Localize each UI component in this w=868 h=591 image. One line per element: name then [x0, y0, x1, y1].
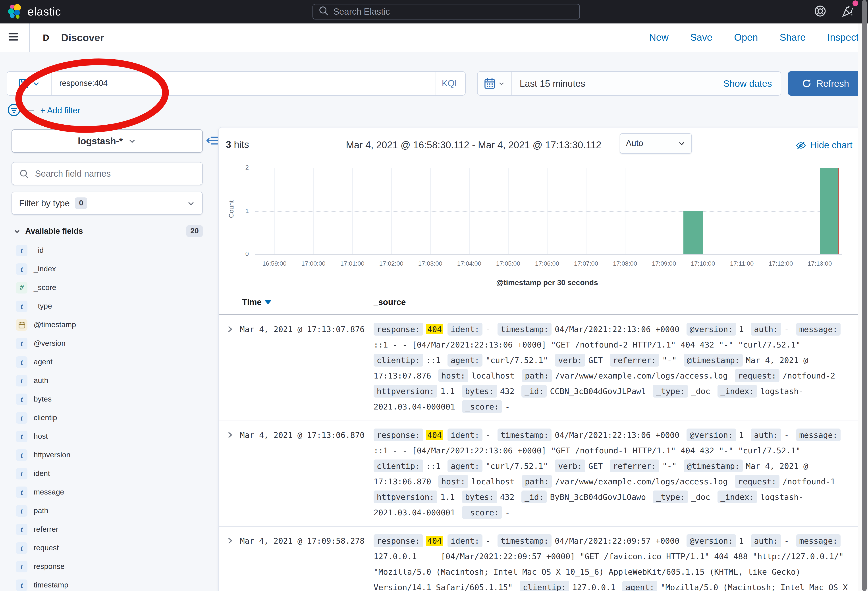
field-item-auth[interactable]: tauth: [0, 371, 218, 390]
field-pill: @timestamp:: [684, 354, 743, 366]
filter-menu-icon[interactable]: [7, 103, 21, 118]
field-pill: referrer:: [610, 354, 659, 366]
field-pill: agent:: [623, 581, 657, 591]
show-dates-button[interactable]: Show dates: [723, 78, 781, 89]
grid-line-v: [313, 168, 314, 254]
field-item-_type[interactable]: t_type: [0, 297, 218, 316]
new-button[interactable]: New: [649, 32, 669, 43]
field-label: timestamp: [34, 581, 68, 590]
help-icon[interactable]: [814, 4, 827, 19]
field-item-timestamp[interactable]: ttimestamp: [0, 576, 218, 591]
saved-query-menu-button[interactable]: [7, 72, 52, 95]
expand-row-icon[interactable]: [226, 325, 234, 335]
global-search-input[interactable]: Search Elastic: [313, 4, 580, 19]
histogram-bar[interactable]: [683, 211, 703, 254]
save-button[interactable]: Save: [690, 32, 712, 43]
field-pill: auth:: [751, 323, 781, 335]
available-fields-header[interactable]: Available fields 20: [13, 225, 203, 237]
query-text[interactable]: response:404: [52, 79, 435, 88]
filter-count-badge: 0: [75, 198, 87, 209]
field-label: auth: [34, 376, 48, 385]
x-axis-tick: 17:13:00: [808, 260, 832, 267]
field-item-request[interactable]: trequest: [0, 539, 218, 557]
grid-line-v: [391, 168, 392, 254]
field-pill: host:: [438, 369, 468, 382]
row-time: Mar 4, 2021 @ 17:09:58.278: [240, 533, 373, 548]
field-item-_score[interactable]: #_score: [0, 278, 218, 297]
hide-chart-button[interactable]: Hide chart: [796, 140, 853, 151]
field-item-agent[interactable]: tagent: [0, 353, 218, 371]
field-type-string-icon: t: [16, 356, 27, 368]
open-button[interactable]: Open: [734, 32, 758, 43]
field-item-_index[interactable]: t_index: [0, 260, 218, 278]
field-pill: _type:: [653, 491, 688, 503]
field-label: request: [34, 544, 59, 553]
field-item-message[interactable]: tmessage: [0, 483, 218, 502]
field-pill: timestamp:: [497, 534, 552, 547]
field-label: ident: [34, 469, 50, 478]
field-label: response: [34, 562, 65, 571]
navbar-divider: [29, 24, 30, 52]
share-button[interactable]: Share: [780, 32, 806, 43]
table-row: Mar 4, 2021 @ 17:13:07.876response:404id…: [218, 315, 863, 421]
expand-row-icon[interactable]: [226, 431, 234, 441]
field-pill: timestamp:: [497, 428, 552, 441]
field-item-path[interactable]: tpath: [0, 502, 218, 520]
field-item-httpversion[interactable]: thttpversion: [0, 446, 218, 464]
field-item-referrer[interactable]: treferrer: [0, 520, 218, 539]
scrollbar-thumb[interactable]: [862, 0, 867, 591]
query-section: response:404 KQL Last 15 minutes Show da…: [0, 71, 868, 120]
histogram-chart[interactable]: Count 01216:59:0017:00:0017:01:0017:02:0…: [218, 163, 863, 296]
index-pattern-select[interactable]: logstash-*: [12, 129, 203, 153]
field-item-ident[interactable]: tident: [0, 464, 218, 483]
field-type-number-icon: #: [16, 282, 27, 294]
field-value: -: [505, 508, 510, 517]
field-item-@timestamp[interactable]: @timestamp: [0, 316, 218, 334]
space-avatar[interactable]: D: [38, 30, 53, 45]
search-icon: [318, 5, 329, 18]
grid-line-v: [703, 168, 703, 254]
filter-by-type-select[interactable]: Filter by type 0: [12, 192, 203, 215]
field-pill: agent:: [447, 460, 483, 472]
query-language-button[interactable]: KQL: [435, 72, 465, 95]
expand-row-icon[interactable]: [226, 536, 234, 547]
elastic-brand[interactable]: elastic: [7, 3, 61, 21]
field-item-clientip[interactable]: tclientip: [0, 409, 218, 427]
field-type-string-icon: t: [16, 486, 27, 498]
field-item-_id[interactable]: t_id: [0, 241, 218, 260]
field-item-host[interactable]: thost: [0, 427, 218, 446]
add-filter-button[interactable]: + Add filter: [40, 106, 80, 115]
refresh-button[interactable]: Refresh: [788, 71, 863, 96]
time-column-header[interactable]: Time: [242, 297, 271, 307]
field-item-@version[interactable]: t@version: [0, 334, 218, 353]
query-input[interactable]: response:404 KQL: [7, 71, 466, 96]
field-item-response[interactable]: tresponse: [0, 557, 218, 576]
field-pill: response:: [373, 323, 423, 335]
grid-line-v: [430, 168, 431, 254]
calendar-icon: [484, 77, 496, 89]
menu-hamburger-icon[interactable]: [7, 31, 19, 45]
highlighted-value: 404: [426, 430, 443, 440]
field-value: ::1 - - [04/Mar/2021:22:13:06 +0000] "GE…: [373, 446, 800, 455]
collapse-sidebar-icon[interactable]: [206, 134, 218, 148]
x-axis-tick: 17:06:00: [535, 260, 559, 267]
grid-line-v: [742, 168, 742, 254]
grid-line-v: [508, 168, 509, 254]
source-column-header: _source: [373, 297, 406, 307]
date-quick-select-button[interactable]: [478, 72, 512, 95]
field-item-bytes[interactable]: tbytes: [0, 390, 218, 409]
news-feed-icon[interactable]: [841, 4, 855, 19]
field-search-input[interactable]: Search field names: [12, 162, 203, 185]
time-range-value[interactable]: Last 15 minutes: [512, 78, 585, 89]
inspect-button[interactable]: Inspect: [827, 32, 859, 43]
field-pill: ident:: [447, 534, 483, 547]
field-value: -: [486, 430, 490, 440]
histogram-bar[interactable]: [820, 168, 839, 254]
interval-select[interactable]: Auto: [620, 133, 692, 154]
field-pill: request:: [735, 475, 779, 488]
field-pill: httpversion:: [373, 491, 437, 503]
field-pill: path:: [522, 369, 552, 382]
field-pill: @version:: [686, 534, 736, 547]
table-body: Mar 4, 2021 @ 17:13:07.876response:404id…: [218, 315, 863, 591]
field-label: _score: [34, 283, 56, 292]
